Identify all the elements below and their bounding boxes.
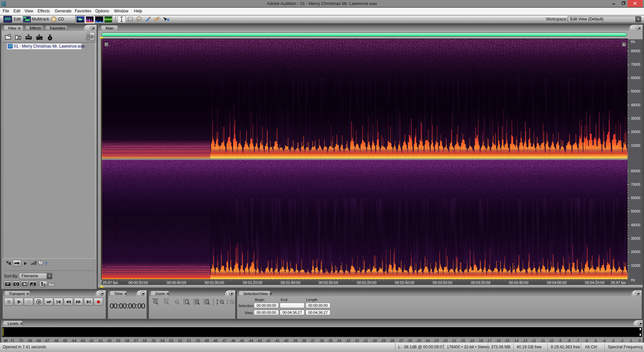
svg-text:C:\>: C:\> — [50, 284, 54, 286]
